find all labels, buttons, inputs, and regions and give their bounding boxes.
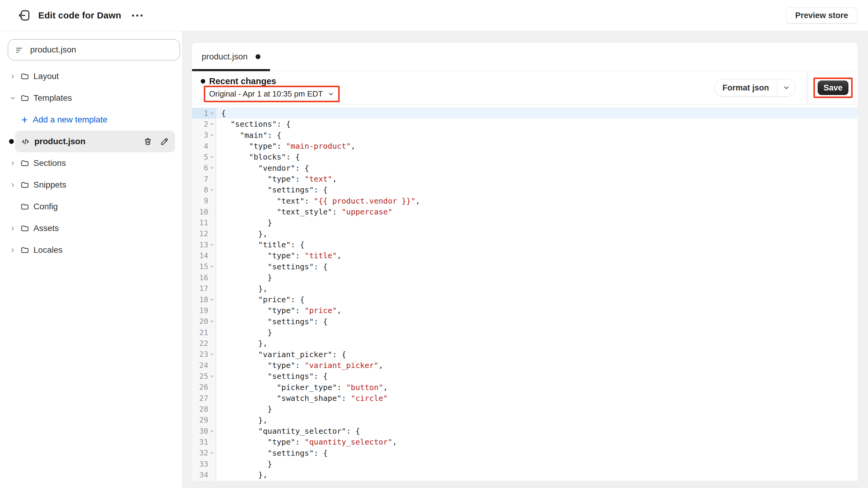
fold-chevron-icon[interactable]	[208, 111, 216, 116]
code-line[interactable]: 1{	[192, 108, 858, 118]
code-line[interactable]: 12 },	[192, 228, 858, 239]
rename-file-button[interactable]	[159, 136, 170, 147]
code-text[interactable]: },	[216, 338, 858, 349]
code-line[interactable]: 8 "settings": {	[192, 184, 858, 195]
code-text[interactable]: "sections": {	[216, 118, 858, 130]
code-text[interactable]: "price": {	[216, 294, 858, 305]
code-text[interactable]: },	[216, 283, 858, 294]
chevron-right-icon[interactable]	[9, 225, 16, 232]
code-line[interactable]: 26 "picker_type": "button",	[192, 382, 858, 393]
code-text[interactable]: "settings": {	[216, 371, 858, 381]
file-filter-input[interactable]	[30, 45, 174, 55]
code-line[interactable]: 15 "settings": {	[192, 261, 858, 272]
sidebar-item-snippets[interactable]: Snippets	[0, 174, 182, 196]
fold-chevron-icon[interactable]	[208, 133, 216, 138]
code-line[interactable]: 25 "settings": {	[192, 371, 858, 381]
code-text[interactable]: "main": {	[216, 130, 858, 141]
code-text[interactable]: "settings": {	[216, 448, 858, 458]
code-line[interactable]: 27 "swatch_shape": "circle"	[192, 393, 858, 404]
code-text[interactable]: "type": "main-product",	[216, 141, 858, 151]
sidebar-item-templates[interactable]: Templates	[0, 87, 182, 109]
save-button[interactable]: Save	[818, 81, 848, 95]
fold-chevron-icon[interactable]	[208, 429, 216, 434]
code-line[interactable]: 24 "type": "variant_picker",	[192, 360, 858, 371]
code-line[interactable]: 3 "main": {	[192, 130, 858, 141]
code-text[interactable]: }	[216, 217, 858, 228]
code-text[interactable]: "title": {	[216, 239, 858, 250]
delete-file-button[interactable]	[143, 136, 153, 147]
code-text[interactable]: "settings": {	[216, 184, 858, 195]
code-line[interactable]: 21 }	[192, 327, 858, 338]
code-text[interactable]: "swatch_shape": "circle"	[216, 393, 858, 404]
code-line[interactable]: 16 }	[192, 272, 858, 283]
code-line[interactable]: 13 "title": {	[192, 239, 858, 250]
sidebar-item-sections[interactable]: Sections	[0, 152, 182, 174]
code-line[interactable]: 7 "type": "text",	[192, 173, 858, 184]
code-text[interactable]: "text_style": "uppercase"	[216, 206, 858, 217]
fold-chevron-icon[interactable]	[208, 374, 216, 379]
code-text[interactable]: "type": "text",	[216, 173, 858, 184]
code-text[interactable]: },	[216, 415, 858, 426]
tab-product-json[interactable]: product.json	[192, 43, 270, 70]
chevron-right-icon[interactable]	[9, 160, 16, 167]
code-line[interactable]: 28 }	[192, 404, 858, 414]
code-text[interactable]: "picker_type": "button",	[216, 382, 858, 393]
code-text[interactable]: },	[216, 469, 858, 480]
code-line[interactable]: 23 "variant_picker": {	[192, 349, 858, 360]
code-text[interactable]: }	[216, 404, 858, 414]
code-text[interactable]: "quantity_selector": {	[216, 426, 858, 436]
code-line[interactable]: 22 },	[192, 338, 858, 349]
sidebar-item-config[interactable]: Config	[0, 196, 182, 218]
fold-chevron-icon[interactable]	[208, 352, 216, 357]
fold-chevron-icon[interactable]	[208, 319, 216, 324]
code-text[interactable]: },	[216, 228, 858, 239]
code-line[interactable]: 14 "type": "title",	[192, 250, 858, 261]
code-line[interactable]: 30 "quantity_selector": {	[192, 426, 858, 436]
code-line[interactable]: 29 },	[192, 415, 858, 426]
code-text[interactable]: }	[216, 327, 858, 338]
sidebar-item-locales[interactable]: Locales	[0, 239, 182, 261]
code-line[interactable]: 19 "type": "price",	[192, 305, 858, 316]
code-text[interactable]: "type": "variant_picker",	[216, 360, 858, 371]
fold-chevron-icon[interactable]	[208, 187, 216, 193]
code-editor[interactable]: 1{2 "sections": {3 "main": {4 "type": "m…	[192, 105, 858, 488]
code-line[interactable]: 31 "type": "quantity_selector",	[192, 436, 858, 447]
code-line[interactable]: 9 "text": "{{ product.vendor }}",	[192, 196, 858, 206]
chevron-down-icon[interactable]	[9, 95, 16, 101]
code-text[interactable]: "type": "quantity_selector",	[216, 436, 858, 447]
code-line[interactable]: 11 }	[192, 217, 858, 228]
exit-editor-button[interactable]	[17, 7, 32, 23]
chevron-right-icon[interactable]	[9, 247, 16, 253]
sidebar-item-product-json[interactable]: product.json	[15, 131, 175, 152]
fold-chevron-icon[interactable]	[208, 242, 216, 247]
code-text[interactable]: "settings": {	[216, 261, 858, 272]
code-line[interactable]: 17 },	[192, 283, 858, 294]
fold-chevron-icon[interactable]	[208, 450, 216, 455]
more-actions-button[interactable]	[129, 11, 146, 20]
add-new-template-link[interactable]: Add a new template	[0, 109, 182, 131]
code-text[interactable]: }	[216, 272, 858, 283]
code-text[interactable]: "type": "title",	[216, 250, 858, 261]
code-text[interactable]: "vendor": {	[216, 163, 858, 173]
fold-chevron-icon[interactable]	[208, 154, 216, 160]
sidebar-item-assets[interactable]: Assets	[0, 218, 182, 239]
code-line[interactable]: 34 },	[192, 469, 858, 480]
fold-chevron-icon[interactable]	[208, 297, 216, 302]
chevron-right-icon[interactable]	[9, 182, 16, 188]
format-json-button[interactable]: Format json	[714, 79, 796, 96]
code-text[interactable]: }	[216, 458, 858, 469]
chevron-right-icon[interactable]	[9, 73, 16, 80]
code-text[interactable]: "settings": {	[216, 316, 858, 327]
fold-chevron-icon[interactable]	[208, 264, 216, 269]
sidebar-item-layout[interactable]: Layout	[0, 65, 182, 87]
code-text[interactable]: "variant_picker": {	[216, 349, 858, 360]
code-line[interactable]: 6 "vendor": {	[192, 163, 858, 173]
fold-chevron-icon[interactable]	[208, 121, 216, 127]
code-line[interactable]: 18 "price": {	[192, 294, 858, 305]
code-line[interactable]: 5 "blocks": {	[192, 151, 858, 162]
code-text[interactable]: "type": "price",	[216, 305, 858, 316]
code-line[interactable]: 20 "settings": {	[192, 316, 858, 327]
chevron-down-icon[interactable]	[777, 79, 795, 96]
code-line[interactable]: 33 }	[192, 458, 858, 469]
code-text[interactable]: {	[216, 108, 858, 118]
